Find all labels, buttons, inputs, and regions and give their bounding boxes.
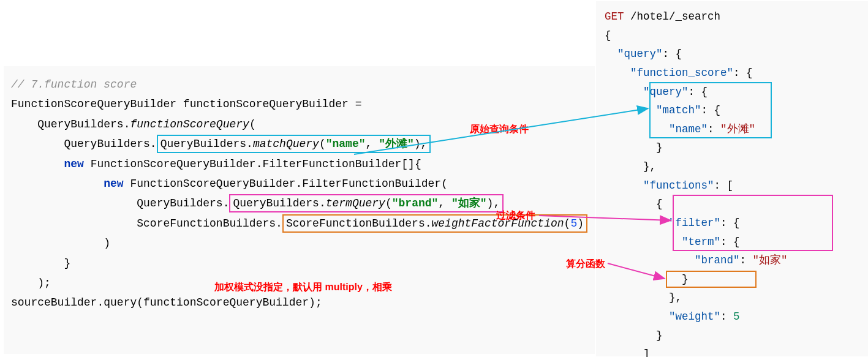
json-match-box xyxy=(649,82,772,138)
indent: QueryBuilders. xyxy=(11,138,157,150)
label-boost-mode: 加权模式没指定，默认用 multiply，相乘 xyxy=(214,281,392,294)
code-line-9: ) xyxy=(11,233,587,253)
dsl-line-1: GET /hotel/_search xyxy=(605,7,859,26)
code-line-2: FunctionScoreQueryBuilder functionScoreQ… xyxy=(11,94,587,114)
txt: /hotel/_search xyxy=(624,10,721,23)
term-query-box: QueryBuilders.termQuery("brand", "如家"), xyxy=(229,194,504,212)
match-query-box: QueryBuilders.matchQuery("name", "外滩"), xyxy=(157,135,431,153)
code-line-12: sourceBuilder.query(functionScoreQueryBu… xyxy=(11,293,587,312)
dsl-line-14: "brand": "如家" xyxy=(605,251,859,270)
method: matchQuery xyxy=(253,138,319,150)
dsl-line-18: } xyxy=(605,326,859,345)
keyword: new xyxy=(104,178,123,190)
json-term-box xyxy=(673,195,833,251)
code-comment: // 7.function score xyxy=(11,75,587,94)
txt: ( xyxy=(249,118,256,130)
string: "外滩" xyxy=(379,138,414,150)
value: "如家" xyxy=(753,254,788,266)
key: "function_score" xyxy=(630,67,733,79)
txt: FunctionScoreQueryBuilder.FilterFunction… xyxy=(124,178,448,190)
indent xyxy=(605,217,669,229)
dsl-line-16: }, xyxy=(605,288,859,307)
txt: ), xyxy=(414,138,428,150)
dsl-line-9: }, xyxy=(605,157,859,176)
indent xyxy=(605,310,669,323)
txt: ( xyxy=(564,217,571,230)
dsl-line-3: "query": { xyxy=(605,45,859,64)
txt: , xyxy=(438,197,451,209)
txt: QueryBuilders. xyxy=(11,118,130,130)
key: "functions" xyxy=(643,179,714,192)
txt: FunctionScoreQueryBuilder.FilterFunction… xyxy=(84,158,421,170)
txt: ( xyxy=(385,197,392,209)
label-original-query: 原始查询条件 xyxy=(470,123,529,136)
indent xyxy=(605,179,643,192)
indent xyxy=(605,48,617,60)
dsl-line-4: "function_score": { xyxy=(605,64,859,83)
key: "brand" xyxy=(695,254,740,266)
string: "name" xyxy=(326,138,366,150)
indent: ScoreFunctionBuilders. xyxy=(11,217,282,230)
dsl-line-19: ] xyxy=(605,345,859,357)
code-line-4: QueryBuilders.QueryBuilders.matchQuery("… xyxy=(11,134,587,154)
dsl-line-17: "weight": 5 xyxy=(605,307,859,326)
number: 5 xyxy=(570,217,577,230)
method: termQuery xyxy=(326,197,385,209)
txt: ) xyxy=(577,217,584,230)
key: "weight" xyxy=(669,310,720,323)
txt: : { xyxy=(733,67,753,79)
weight-function-box: ScoreFunctionBuilders.weightFactorFuncti… xyxy=(282,214,587,233)
json-dsl-panel: GET /hotel/_search { "query": { "functio… xyxy=(596,1,868,356)
txt: : [ xyxy=(714,179,734,192)
keyword: new xyxy=(64,158,83,170)
indent xyxy=(605,236,682,248)
code-line-5: new FunctionScoreQueryBuilder.FilterFunc… xyxy=(11,154,587,174)
http-method: GET xyxy=(605,10,624,23)
dsl-line-8: } xyxy=(605,138,859,157)
code-line-10: } xyxy=(11,254,587,273)
indent xyxy=(11,178,104,190)
label-score-func: 算分函数 xyxy=(566,258,605,271)
indent xyxy=(605,254,695,266)
indent xyxy=(605,104,656,116)
indent xyxy=(605,86,643,98)
indent: QueryBuilders. xyxy=(11,197,229,209)
string: "brand" xyxy=(392,197,439,209)
txt: , xyxy=(366,138,379,150)
txt: ), xyxy=(487,197,500,209)
method: functionScoreQuery xyxy=(130,118,249,130)
label-filter-cond: 过滤条件 xyxy=(496,209,535,222)
indent xyxy=(605,67,630,79)
indent xyxy=(11,158,64,170)
code-line-6: new FunctionScoreQueryBuilder.FilterFunc… xyxy=(11,174,587,194)
key: "query" xyxy=(617,48,663,60)
txt: : { xyxy=(663,48,682,60)
dsl-line-10: "functions": [ xyxy=(605,176,859,195)
string: "如家" xyxy=(451,197,487,209)
txt: ( xyxy=(319,138,326,150)
dsl-line-2: { xyxy=(605,26,859,45)
txt: : xyxy=(740,254,753,266)
value: 5 xyxy=(733,310,740,323)
json-weight-box xyxy=(666,271,757,288)
txt: : xyxy=(720,310,733,323)
